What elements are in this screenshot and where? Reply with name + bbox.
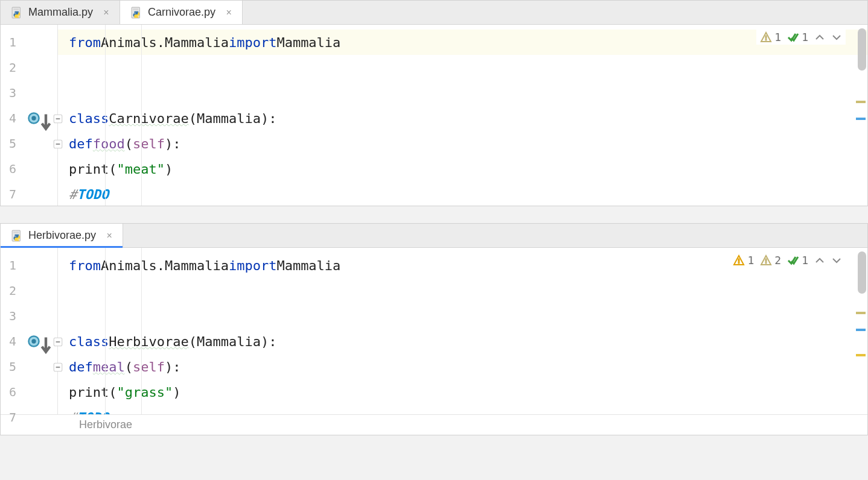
code-line[interactable] (58, 55, 867, 80)
code-line[interactable] (58, 80, 867, 106)
tab-mammalia[interactable]: Mammalia.py × (1, 1, 120, 24)
editor-body: 1 2 3 4 5 6 7 from Animals.Mammalia impo… (1, 248, 867, 414)
tab-bar: Herbivorae.py × (1, 224, 867, 248)
error-stripe-mark[interactable] (856, 118, 866, 120)
breadcrumb[interactable]: Herbivorae (79, 418, 132, 431)
code-line[interactable]: def food(self): (58, 131, 867, 156)
python-file-icon (131, 7, 143, 19)
scrollbar-thumb[interactable] (858, 28, 866, 71)
editor-body: 1 2 3 4 5 6 7 from Animals.Mammalia impo… (1, 25, 867, 206)
scrollbar[interactable] (857, 251, 866, 411)
chevron-up-icon[interactable] (814, 32, 825, 43)
python-file-icon (11, 230, 24, 242)
gutter-line[interactable]: 4 (1, 106, 57, 131)
inspection-widget[interactable]: 1 1 (756, 30, 846, 45)
code-line[interactable] (58, 303, 867, 329)
python-file-icon (11, 7, 24, 19)
close-icon[interactable]: × (101, 7, 111, 18)
editor-pane-bottom: Herbivorae.py × 1 2 3 4 5 6 7 from Anima… (0, 223, 868, 435)
code-line[interactable]: class Carnivorae(Mammalia): (58, 106, 867, 131)
code-line[interactable]: print("meat") (58, 156, 867, 182)
down-arrow-icon (39, 112, 53, 125)
inspection-widget[interactable]: 1 2 1 (729, 253, 846, 268)
gutter-line[interactable]: 2 (1, 55, 57, 80)
down-arrow-icon (39, 335, 53, 348)
gutter-line[interactable]: 6 (1, 156, 57, 182)
close-icon[interactable]: × (104, 230, 114, 241)
warning-gray-icon[interactable]: 2 (760, 254, 781, 267)
chevron-down-icon[interactable] (831, 255, 842, 266)
override-gutter-icon[interactable] (27, 335, 40, 348)
gutter-line[interactable]: 3 (1, 303, 57, 329)
tab-label: Carnivorae.py (148, 6, 215, 19)
code-area[interactable]: from Animals.Mammalia import Mammalia cl… (58, 248, 867, 414)
warning-gray-icon[interactable]: 1 (760, 31, 781, 43)
line-gutter: 1 2 3 4 5 6 7 (1, 25, 58, 206)
code-line[interactable]: # TODO (58, 405, 867, 414)
gutter-line[interactable]: 2 (1, 278, 57, 303)
error-stripe-mark[interactable] (856, 354, 866, 356)
editor-pane-top: Mammalia.py × Carnivorae.py × 1 2 3 4 5 … (0, 0, 868, 206)
code-line[interactable]: # TODO (58, 182, 867, 206)
chevron-up-icon[interactable] (814, 255, 825, 266)
tab-herbivorae[interactable]: Herbivorae.py × (1, 224, 123, 247)
breadcrumb-bar[interactable]: Herbivorae (1, 414, 867, 435)
gutter-line[interactable]: 1 (1, 30, 57, 55)
gutter-line[interactable]: 1 (1, 253, 57, 278)
error-stripe-mark[interactable] (856, 101, 866, 103)
error-stripe-mark[interactable] (856, 329, 866, 331)
code-line[interactable]: class Herbivorae (Mammalia): (58, 329, 867, 354)
gutter-line[interactable]: 7 (1, 182, 57, 207)
gutter-line[interactable]: 3 (1, 80, 57, 106)
line-gutter: 1 2 3 4 5 6 7 (1, 248, 58, 414)
tab-label: Herbivorae.py (28, 229, 96, 242)
code-line[interactable]: from Animals.Mammalia import Mammalia (58, 30, 867, 55)
override-gutter-icon[interactable] (27, 112, 40, 125)
gutter-line[interactable]: 5 (1, 131, 57, 156)
warning-yellow-icon[interactable]: 1 (733, 254, 754, 267)
scrollbar-thumb[interactable] (858, 251, 866, 294)
code-line[interactable]: print("grass") (58, 379, 867, 405)
tab-label: Mammalia.py (28, 6, 93, 19)
gutter-line[interactable]: 4 (1, 329, 57, 354)
chevron-down-icon[interactable] (831, 32, 842, 43)
scrollbar[interactable] (857, 28, 866, 202)
error-stripe-mark[interactable] (856, 312, 866, 314)
ok-check-icon[interactable]: 1 (787, 254, 808, 267)
ok-check-icon[interactable]: 1 (787, 31, 808, 43)
gutter-line[interactable]: 6 (1, 379, 57, 405)
code-line[interactable] (58, 278, 867, 303)
tab-bar: Mammalia.py × Carnivorae.py × (1, 1, 867, 25)
close-icon[interactable]: × (224, 7, 234, 18)
gutter-line[interactable]: 5 (1, 354, 57, 379)
tab-carnivorae[interactable]: Carnivorae.py × (120, 1, 243, 24)
code-line[interactable]: def meal(self): (58, 354, 867, 379)
gutter-line[interactable]: 7 (1, 405, 57, 430)
code-area[interactable]: from Animals.Mammalia import Mammalia cl… (58, 25, 867, 206)
